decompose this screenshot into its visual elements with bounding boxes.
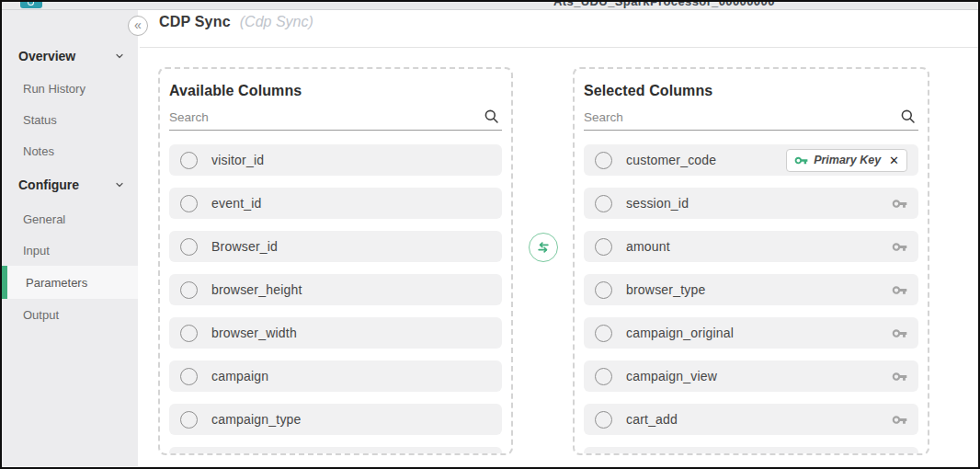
list-item[interactable]: Browser_id: [169, 231, 502, 262]
column-label: visitor_id: [211, 153, 264, 167]
selected-columns-title: Selected Columns: [584, 83, 918, 99]
selected-columns-list: customer_code Primary Key ✕ session_id a…: [584, 144, 918, 455]
radio-button[interactable]: [595, 195, 612, 212]
radio-button[interactable]: [180, 281, 198, 299]
radio-button[interactable]: [595, 238, 612, 256]
radio-button[interactable]: [595, 368, 612, 385]
column-label: event_id: [211, 196, 262, 211]
radio-button[interactable]: [595, 411, 612, 429]
column-label: customer_code: [626, 153, 716, 167]
column-label: Browser_id: [211, 239, 278, 254]
column-label: campaign_type: [211, 412, 302, 427]
radio-button[interactable]: [180, 152, 198, 169]
sidebar-item-output[interactable]: Output: [2, 299, 138, 330]
swap-arrows-icon: [535, 239, 552, 256]
key-icon[interactable]: [892, 412, 907, 428]
list-item[interactable]: session_id: [584, 188, 918, 219]
radio-button[interactable]: [180, 368, 198, 385]
available-columns-panel: Available Columns visitor_id event_id Br…: [158, 67, 513, 455]
sidebar-section-configure[interactable]: Configure: [2, 166, 138, 203]
list-item[interactable]: event_id: [169, 188, 502, 219]
sidebar: Overview Run History Status Notes Config…: [2, 10, 138, 466]
list-item[interactable]: browser_height: [169, 274, 502, 305]
radio-button[interactable]: [180, 195, 198, 212]
header-divider: [140, 47, 978, 48]
chevron-down-icon: [114, 51, 125, 62]
key-icon[interactable]: [892, 196, 907, 212]
swap-columns-button[interactable]: [529, 233, 558, 262]
page-title: CDP Sync: [159, 14, 231, 30]
page-subtitle: (Cdp Sync): [240, 14, 313, 30]
list-item[interactable]: campaign: [169, 360, 502, 392]
primary-key-badge: Primary Key ✕: [786, 149, 907, 172]
top-bar: Ats_UDU_SparkProcessor_00000000: [2, 2, 978, 10]
list-item[interactable]: customer_code Primary Key ✕: [584, 144, 918, 176]
sidebar-section-label: Overview: [18, 49, 75, 63]
radio-button[interactable]: [595, 281, 612, 299]
double-chevron-left-icon: «: [134, 17, 142, 32]
primary-key-label: Primary Key: [814, 154, 881, 166]
list-item-partial[interactable]: [169, 447, 502, 455]
list-item[interactable]: campaign_view: [584, 360, 918, 392]
tab-glyph-icon: [28, 2, 34, 6]
column-label: campaign: [211, 369, 268, 383]
available-search-row: [169, 106, 502, 131]
list-item[interactable]: campaign_type: [169, 404, 502, 435]
column-label: cart_add: [626, 412, 678, 427]
sidebar-item-parameters[interactable]: Parameters: [2, 266, 138, 299]
clipped-window-title: Ats_UDU_SparkProcessor_00000000: [553, 2, 775, 8]
radio-button[interactable]: [595, 152, 612, 169]
list-item[interactable]: browser_width: [169, 317, 502, 349]
sidebar-section-overview[interactable]: Overview: [2, 40, 138, 73]
list-item[interactable]: browser_type: [584, 274, 918, 305]
column-label: campaign_view: [626, 369, 717, 383]
selected-columns-panel: Selected Columns customer_code Primary K…: [573, 67, 929, 455]
radio-button[interactable]: [595, 325, 612, 342]
app-window: Ats_UDU_SparkProcessor_00000000 Overview…: [0, 0, 980, 469]
key-icon[interactable]: [892, 326, 907, 341]
column-label: browser_width: [211, 326, 297, 340]
available-columns-title: Available Columns: [169, 83, 502, 99]
list-item[interactable]: amount: [584, 231, 918, 262]
key-icon[interactable]: [892, 239, 907, 255]
top-tab-button[interactable]: [20, 2, 42, 8]
column-label: browser_height: [211, 282, 302, 297]
radio-button[interactable]: [180, 411, 198, 429]
selected-search-input[interactable]: [584, 106, 885, 128]
sidebar-item-run-history[interactable]: Run History: [2, 73, 138, 104]
column-label: session_id: [626, 196, 689, 211]
radio-button[interactable]: [180, 238, 198, 256]
selected-search-row: [584, 106, 918, 131]
primary-key-icon: [794, 154, 808, 167]
column-label: amount: [626, 239, 670, 254]
sidebar-item-general[interactable]: General: [2, 203, 138, 234]
sidebar-item-input[interactable]: Input: [2, 234, 138, 266]
sidebar-item-notes[interactable]: Notes: [2, 135, 138, 166]
list-item[interactable]: campaign_original: [584, 317, 918, 349]
list-item-partial[interactable]: [584, 447, 918, 455]
list-item[interactable]: cart_add: [584, 404, 918, 435]
available-search-input[interactable]: [169, 106, 469, 128]
chevron-down-icon: [114, 179, 125, 190]
page-header: CDP Sync (Cdp Sync): [159, 14, 313, 30]
sidebar-section-label: Configure: [18, 177, 79, 192]
collapse-back-button[interactable]: «: [128, 16, 148, 36]
close-icon[interactable]: ✕: [889, 154, 899, 166]
key-icon[interactable]: [892, 369, 907, 384]
column-label: campaign_original: [626, 326, 734, 340]
search-icon: [483, 108, 500, 125]
list-item[interactable]: visitor_id: [169, 144, 502, 176]
radio-button[interactable]: [180, 325, 198, 342]
column-label: browser_type: [626, 282, 705, 297]
sidebar-item-status[interactable]: Status: [2, 104, 138, 135]
available-columns-list: visitor_id event_id Browser_id browser_h…: [169, 144, 502, 455]
search-icon: [899, 108, 917, 125]
key-icon[interactable]: [892, 282, 907, 298]
